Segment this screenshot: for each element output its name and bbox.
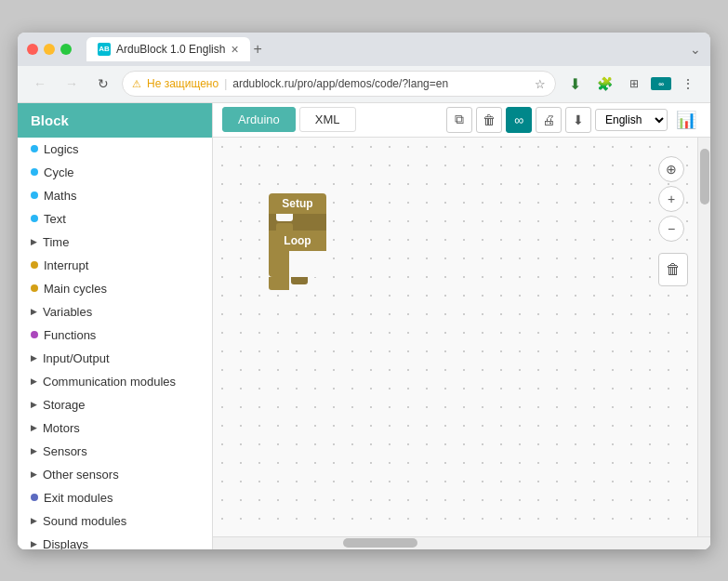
zoom-out-button[interactable]: − bbox=[658, 216, 684, 242]
sidebar-item-maths[interactable]: Maths bbox=[18, 184, 212, 207]
canvas-controls: ⊕ + − 🗑 bbox=[658, 156, 688, 286]
loop-top-notch bbox=[269, 223, 326, 231]
sidebar-label-displays: Displays bbox=[43, 537, 88, 549]
sidebar-item-logics[interactable]: Logics bbox=[18, 138, 212, 161]
sidebar-item-input-output[interactable]: ▶ Input/Output bbox=[18, 347, 212, 370]
zoom-in-icon: + bbox=[668, 191, 675, 206]
nav-icons: ⬇ 🧩 ⊞ ∞ ⋮ bbox=[562, 71, 701, 97]
upload-button[interactable]: ∞ bbox=[506, 107, 532, 133]
sidebar-label-cycle: Cycle bbox=[44, 165, 74, 179]
tab-close-button[interactable]: × bbox=[231, 43, 238, 56]
sidebar-item-exit-modules[interactable]: Exit modules bbox=[18, 486, 212, 509]
trash-button[interactable]: 🗑 bbox=[658, 253, 688, 286]
print-button[interactable]: 🖨 bbox=[536, 107, 562, 133]
sidebar-item-time[interactable]: ▶ Time bbox=[18, 231, 212, 254]
maths-color-dot bbox=[31, 191, 38, 199]
zoom-fit-button[interactable]: ⊕ bbox=[658, 156, 684, 182]
tab-arduino[interactable]: Arduino bbox=[222, 107, 296, 132]
sidebar-label-maths: Maths bbox=[44, 189, 76, 203]
forward-button[interactable]: → bbox=[59, 71, 85, 97]
sidebar-item-other-sensors[interactable]: ▶ Other sensors bbox=[18, 463, 212, 486]
chart-icon: 📊 bbox=[676, 110, 696, 130]
logics-color-dot bbox=[31, 145, 38, 152]
sidebar-item-displays[interactable]: ▶ Displays bbox=[18, 533, 212, 549]
loop-bottom-notch bbox=[291, 277, 308, 284]
sidebar-label-communication: Communication modules bbox=[43, 375, 176, 389]
sidebar-item-variables[interactable]: ▶ Variables bbox=[18, 300, 212, 324]
download-icon[interactable]: ⬇ bbox=[562, 71, 588, 97]
tab-xml[interactable]: XML bbox=[299, 107, 356, 132]
sidebar-label-sensors: Sensors bbox=[43, 444, 87, 458]
back-icon: ← bbox=[33, 76, 46, 91]
setup-loop-block[interactable]: Setup bbox=[269, 193, 326, 290]
storage-arrow-icon: ▶ bbox=[31, 400, 37, 409]
tab-favicon: AB bbox=[98, 43, 111, 56]
maximize-button[interactable] bbox=[60, 44, 72, 55]
browser-menu-icon[interactable]: ⋮ bbox=[675, 71, 701, 97]
copy-icon: ⧉ bbox=[455, 112, 464, 127]
sidebar-item-storage[interactable]: ▶ Storage bbox=[18, 393, 212, 416]
horizontal-scrollbar[interactable] bbox=[213, 536, 710, 549]
sidebar-item-main-cycles[interactable]: Main cycles bbox=[18, 277, 212, 300]
reload-icon: ↻ bbox=[98, 76, 109, 91]
url-text: ardublock.ru/pro/app/demos/code/?lang=en bbox=[232, 77, 448, 90]
scrollbar-thumb-horizontal[interactable] bbox=[343, 538, 417, 548]
sidebar-label-text: Text bbox=[44, 212, 66, 226]
delete-icon: 🗑 bbox=[483, 112, 496, 127]
address-bar[interactable]: ⚠ Не защищено | ardublock.ru/pro/app/dem… bbox=[122, 71, 556, 97]
tab-grid-icon[interactable]: ⊞ bbox=[621, 71, 647, 97]
language-select[interactable]: English Russian Spanish bbox=[595, 109, 668, 131]
loop-inner bbox=[289, 251, 326, 277]
sidebar-label-motors: Motors bbox=[43, 421, 80, 435]
download-button[interactable]: ⬇ bbox=[565, 107, 591, 133]
zoom-in-button[interactable]: + bbox=[658, 186, 684, 212]
delete-button[interactable]: 🗑 bbox=[476, 107, 502, 133]
sidebar-label-storage: Storage bbox=[43, 398, 86, 412]
sidebar-item-interrupt[interactable]: Interrupt bbox=[18, 254, 212, 277]
back-button[interactable]: ← bbox=[27, 71, 53, 97]
zoom-out-icon: − bbox=[668, 221, 675, 236]
setup-notch-bump bbox=[276, 214, 293, 221]
interrupt-color-dot bbox=[31, 261, 38, 269]
extensions-icon[interactable]: 🧩 bbox=[591, 71, 617, 97]
new-tab-button[interactable]: + bbox=[250, 41, 266, 58]
sidebar-label-interrupt: Interrupt bbox=[44, 258, 88, 272]
sidebar-item-sound-modules[interactable]: ▶ Sound modules bbox=[18, 509, 212, 533]
copy-button[interactable]: ⧉ bbox=[446, 107, 472, 133]
reload-button[interactable]: ↻ bbox=[90, 71, 116, 97]
sidebar-label-functions: Functions bbox=[44, 328, 96, 342]
sidebar-label-input-output: Input/Output bbox=[43, 351, 110, 365]
sidebar-item-functions[interactable]: Functions bbox=[18, 324, 212, 347]
functions-color-dot bbox=[31, 331, 38, 338]
scrollbar-thumb-vertical[interactable] bbox=[700, 149, 709, 205]
sidebar-item-motors[interactable]: ▶ Motors bbox=[18, 416, 212, 440]
close-button[interactable] bbox=[27, 44, 38, 55]
app-content: Block Logics Cycle Maths Text ▶ Time bbox=[18, 103, 710, 549]
sidebar-item-cycle[interactable]: Cycle bbox=[18, 161, 212, 184]
tab-menu: ⌄ bbox=[690, 42, 701, 57]
loop-c-body bbox=[269, 251, 326, 277]
sidebar-label-sound-modules: Sound modules bbox=[43, 514, 126, 528]
forward-icon: → bbox=[65, 76, 78, 91]
setup-label: Setup bbox=[269, 193, 326, 214]
sidebar-item-text[interactable]: Text bbox=[18, 207, 212, 231]
upload-icon: ∞ bbox=[514, 112, 523, 127]
sidebar-label-time: Time bbox=[43, 235, 69, 249]
traffic-lights bbox=[27, 44, 72, 55]
download-icon: ⬇ bbox=[573, 112, 584, 127]
bookmark-icon[interactable]: ☆ bbox=[535, 77, 546, 91]
minimize-button[interactable] bbox=[44, 44, 55, 55]
vertical-scrollbar[interactable] bbox=[697, 138, 710, 536]
sidebar-item-communication[interactable]: ▶ Communication modules bbox=[18, 370, 212, 393]
app-toolbar: Arduino XML ⧉ 🗑 ∞ 🖨 ⬇ bbox=[213, 103, 710, 138]
active-tab[interactable]: AB ArduBlock 1.0 English × bbox=[86, 37, 250, 61]
browser-window: AB ArduBlock 1.0 English × + ⌄ ← → ↻ ⚠ Н… bbox=[18, 33, 710, 549]
sidebar-item-sensors[interactable]: ▶ Sensors bbox=[18, 440, 212, 463]
main-area: Arduino XML ⧉ 🗑 ∞ 🖨 ⬇ bbox=[213, 103, 710, 549]
sidebar: Block Logics Cycle Maths Text ▶ Time bbox=[18, 103, 213, 549]
arduino-icon: ∞ bbox=[651, 77, 671, 90]
sensors-arrow-icon: ▶ bbox=[31, 446, 37, 456]
setup-notch bbox=[269, 214, 326, 223]
canvas-area[interactable]: Setup bbox=[213, 138, 697, 536]
chart-button[interactable]: 📊 bbox=[671, 107, 701, 133]
